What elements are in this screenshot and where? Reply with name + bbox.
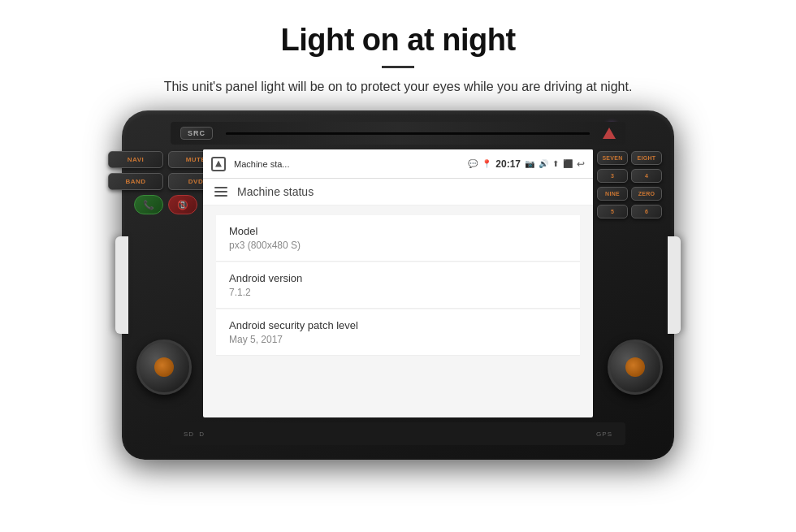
security-patch-value: May 5, 2017 bbox=[229, 334, 567, 345]
navi-button[interactable]: NAVI bbox=[108, 151, 163, 168]
home-icon bbox=[215, 161, 222, 167]
gps-label: GPS bbox=[596, 430, 612, 438]
page-subtitle: This unit's panel light will be on to pr… bbox=[0, 80, 796, 94]
message-icon: 💬 bbox=[468, 159, 478, 168]
phone-end-button[interactable]: 📵 bbox=[168, 195, 197, 214]
title-divider bbox=[382, 66, 414, 68]
left-panel: NAVI MUTE BAND DVD 📞 📵 bbox=[133, 151, 198, 214]
cd-slot bbox=[226, 132, 590, 135]
six-button[interactable]: 6 bbox=[631, 205, 662, 218]
nine-button[interactable]: NINE bbox=[597, 187, 628, 201]
android-status-bar: Machine sta... 💬 📍 20:17 📷 🔊 ⬆ ⬛ ↩ bbox=[203, 149, 593, 179]
android-version-value: 7.1.2 bbox=[229, 287, 567, 298]
band-button[interactable]: BAND bbox=[108, 173, 163, 190]
left-knob[interactable] bbox=[136, 340, 192, 395]
num-row-2: 3 4 bbox=[593, 169, 666, 183]
unit-wrapper: SRC NAVI MUTE BAND DVD 📞 bbox=[0, 110, 796, 460]
right-knob[interactable] bbox=[608, 340, 663, 395]
status-icons: 💬 📍 20:17 📷 🔊 ⬆ ⬛ ↩ bbox=[468, 158, 585, 170]
info-item-android-version: Android version 7.1.2 bbox=[216, 262, 580, 309]
info-item-model: Model px3 (800x480 S) bbox=[216, 215, 580, 262]
status-app-name: Machine sta... bbox=[234, 159, 463, 169]
car-unit: SRC NAVI MUTE BAND DVD 📞 bbox=[122, 110, 674, 460]
eight-button[interactable]: EIGHT bbox=[631, 151, 662, 165]
screen-icon: ⬛ bbox=[563, 159, 573, 168]
page-title: Light on at night bbox=[0, 0, 796, 58]
hamburger-line-1 bbox=[214, 187, 227, 188]
location-icon: 📍 bbox=[482, 159, 491, 168]
seven-button[interactable]: SEVEN bbox=[597, 151, 628, 165]
src-button[interactable]: SRC bbox=[180, 127, 213, 140]
num-row-3: NINE ZERO bbox=[593, 187, 666, 201]
d-label: D bbox=[199, 430, 205, 438]
photo-icon: 📷 bbox=[525, 159, 534, 168]
cast-icon: ⬆ bbox=[552, 159, 559, 168]
side-tab-left bbox=[115, 236, 128, 334]
android-version-label: Android version bbox=[229, 272, 567, 284]
eject-button[interactable] bbox=[603, 128, 616, 139]
num-row-4: 5 6 bbox=[593, 205, 666, 218]
hamburger-menu[interactable] bbox=[214, 187, 227, 197]
bezel: SRC NAVI MUTE BAND DVD 📞 bbox=[122, 110, 674, 460]
home-button[interactable] bbox=[211, 157, 226, 171]
top-bar: SRC bbox=[171, 122, 625, 145]
volume-icon: 🔊 bbox=[539, 159, 548, 168]
sd-label: SD bbox=[184, 430, 194, 438]
phone-answer-button[interactable]: 📞 bbox=[134, 195, 163, 214]
right-knob-center bbox=[625, 357, 645, 377]
security-patch-label: Android security patch level bbox=[229, 319, 567, 331]
num-row-1: SEVEN EIGHT bbox=[593, 151, 666, 165]
content-area: Model px3 (800x480 S) Android version 7.… bbox=[203, 205, 593, 366]
left-knob-center bbox=[154, 357, 174, 377]
model-label: Model bbox=[229, 225, 567, 237]
app-title: Machine status bbox=[237, 185, 314, 198]
five-button[interactable]: 5 bbox=[597, 205, 628, 218]
status-time: 20:17 bbox=[495, 158, 521, 170]
model-value: px3 (800x480 S) bbox=[229, 240, 567, 251]
phone-buttons: 📞 📵 bbox=[134, 195, 197, 214]
four-button[interactable]: 4 bbox=[631, 169, 662, 183]
side-tab-right bbox=[668, 236, 681, 334]
zero-button[interactable]: ZERO bbox=[631, 187, 662, 201]
hamburger-line-2 bbox=[214, 191, 227, 192]
hamburger-line-3 bbox=[214, 195, 227, 197]
app-header: Machine status bbox=[203, 179, 593, 205]
info-item-security-patch: Android security patch level May 5, 2017 bbox=[216, 309, 580, 356]
android-screen: Machine sta... 💬 📍 20:17 📷 🔊 ⬆ ⬛ ↩ bbox=[203, 149, 593, 417]
right-panel: SEVEN EIGHT 3 4 NINE ZERO 5 6 bbox=[593, 151, 666, 218]
three-button[interactable]: 3 bbox=[597, 169, 628, 183]
bottom-strip: SD D GPS bbox=[171, 422, 625, 445]
back-icon[interactable]: ↩ bbox=[577, 158, 585, 170]
